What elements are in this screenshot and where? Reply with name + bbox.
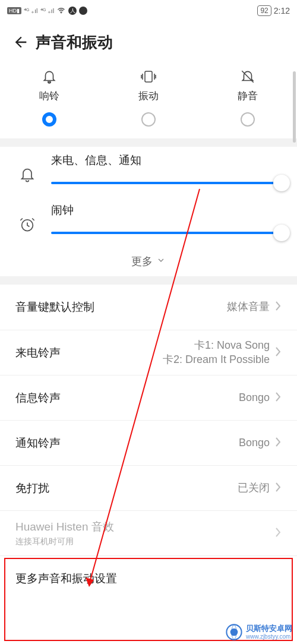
settings-list: 音量键默认控制 媒体音量 来电铃声 卡1: Nova Song 卡2: Drea… xyxy=(0,285,297,601)
row-histen: Huawei Histen 音效 连接耳机时可用 xyxy=(0,510,297,555)
slider-notification-label: 来电、信息、通知 xyxy=(51,153,282,168)
row-label: 音量键默认控制 xyxy=(15,299,227,315)
watermark-logo-icon xyxy=(226,624,242,640)
expand-more-button[interactable]: 更多 xyxy=(0,247,297,276)
slider-alarm: 闹钟 xyxy=(0,197,297,247)
chevron-right-icon xyxy=(274,437,282,450)
sound-mode-selector: 响铃 振动 静音 xyxy=(0,63,297,138)
scrollbar[interactable] xyxy=(293,71,296,143)
slider-alarm-track[interactable] xyxy=(51,224,282,242)
misc-icon xyxy=(79,7,87,15)
bell-silent-icon xyxy=(239,69,257,84)
row-ringtone[interactable]: 来电铃声 卡1: Nova Song 卡2: Dream It Possible xyxy=(0,330,297,375)
slider-thumb[interactable] xyxy=(273,175,290,191)
divider xyxy=(0,276,297,285)
chevron-right-icon xyxy=(274,346,282,359)
page-title: 声音和振动 xyxy=(36,32,113,53)
signal-1: ⁴ᴳ ₊ıl xyxy=(24,7,38,15)
chevron-right-icon xyxy=(274,482,282,495)
battery-indicator: 92 xyxy=(257,5,271,16)
slider-notification-track[interactable] xyxy=(51,174,282,192)
watermark-url: www.zjbstyy.com xyxy=(246,633,292,640)
row-value: Bongo xyxy=(239,391,270,405)
signal-2: ⁴ᴳ ₊ıl xyxy=(40,7,55,15)
mode-silent-label: 静音 xyxy=(238,89,258,103)
mode-silent[interactable]: 静音 xyxy=(212,69,283,127)
row-label: 更多声音和振动设置 xyxy=(15,571,282,586)
assistant-icon: 人 xyxy=(68,7,77,15)
row-message-tone[interactable]: 信息铃声 Bongo xyxy=(0,375,297,420)
row-label: 信息铃声 xyxy=(15,390,239,406)
row-value: Bongo xyxy=(239,436,270,450)
clock: 2:12 xyxy=(274,6,290,15)
chevron-right-icon xyxy=(274,527,282,540)
mode-vibrate-radio[interactable] xyxy=(141,112,156,127)
row-label: 来电铃声 xyxy=(15,345,163,361)
status-bar: HD▮ ⁴ᴳ ₊ıl ⁴ᴳ ₊ıl 人 92 2:12 xyxy=(0,0,297,21)
vibrate-icon xyxy=(140,69,157,84)
mode-vibrate-label: 振动 xyxy=(138,89,159,103)
slider-notification: 来电、信息、通知 xyxy=(0,147,297,197)
chevron-right-icon xyxy=(274,392,282,405)
row-volume-key[interactable]: 音量键默认控制 媒体音量 xyxy=(0,285,297,330)
hd-badge: HD▮ xyxy=(7,7,21,14)
watermark-title: 贝斯特安卓网 xyxy=(246,624,292,633)
back-button[interactable] xyxy=(6,27,36,57)
row-label: 通知铃声 xyxy=(15,435,239,451)
slider-alarm-label: 闹钟 xyxy=(51,203,282,218)
svg-rect-0 xyxy=(145,71,152,82)
mode-ring-radio[interactable] xyxy=(42,112,56,127)
row-sublabel: 连接耳机时可用 xyxy=(15,536,270,547)
mode-ring[interactable]: 响铃 xyxy=(14,69,85,127)
chevron-right-icon xyxy=(274,301,282,314)
expand-more-label: 更多 xyxy=(131,254,153,269)
mode-vibrate[interactable]: 振动 xyxy=(113,69,184,127)
row-dnd[interactable]: 免打扰 已关闭 xyxy=(0,465,297,510)
row-value: 已关闭 xyxy=(238,481,270,495)
wifi-icon xyxy=(56,6,66,15)
divider xyxy=(0,138,297,147)
row-label: 免打扰 xyxy=(15,481,238,496)
alarm-clock-icon xyxy=(15,216,39,233)
mode-ring-label: 响铃 xyxy=(39,89,59,103)
chevron-down-icon xyxy=(156,255,166,268)
watermark: 贝斯特安卓网 www.zjbstyy.com xyxy=(226,624,292,640)
bell-ring-icon xyxy=(40,69,58,84)
row-value: 媒体音量 xyxy=(227,300,270,314)
row-label: Huawei Histen 音效 xyxy=(15,519,270,535)
bell-outline-icon xyxy=(15,166,39,183)
row-more-settings[interactable]: 更多声音和振动设置 xyxy=(0,555,297,601)
row-notification-tone[interactable]: 通知铃声 Bongo xyxy=(0,420,297,465)
row-value: 卡1: Nova Song 卡2: Dream It Possible xyxy=(163,339,270,367)
mode-silent-radio[interactable] xyxy=(241,112,255,127)
page-header: 声音和振动 xyxy=(0,21,297,63)
slider-thumb[interactable] xyxy=(273,225,290,241)
